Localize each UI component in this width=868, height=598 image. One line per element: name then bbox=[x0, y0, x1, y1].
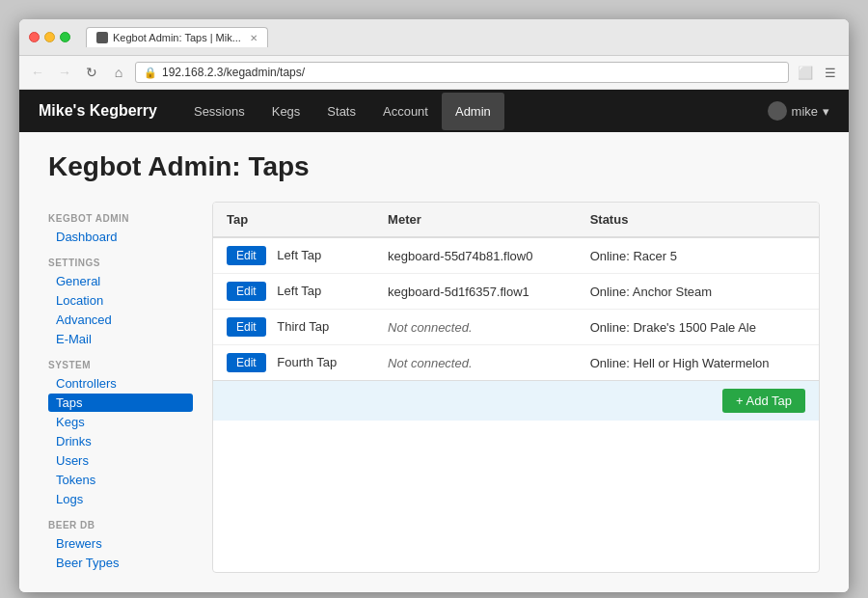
table-row: Edit Left Tap kegboard-55d74b81.flow0 On… bbox=[213, 237, 819, 274]
edit-button[interactable]: Edit bbox=[227, 353, 266, 372]
status-cell: Online: Hell or High Watermelon bbox=[577, 345, 819, 381]
meter-cell: kegboard-55d74b81.flow0 bbox=[374, 237, 577, 274]
sidebar-item-advanced[interactable]: Advanced bbox=[48, 311, 193, 329]
table-row: Edit Left Tap kegboard-5d1f6357.flow1 On… bbox=[213, 274, 819, 310]
forward-button[interactable]: → bbox=[54, 62, 75, 83]
sidebar-section-settings: SETTINGS General Location Advanced E-Mai… bbox=[48, 258, 193, 348]
meter-not-connected: Not connected. bbox=[388, 320, 472, 335]
sidebar-item-general[interactable]: General bbox=[48, 272, 193, 290]
sidebar-section-title-kegbot-admin: KEGBOT ADMIN bbox=[48, 213, 193, 224]
nav-kegs[interactable]: Kegs bbox=[258, 93, 314, 130]
page-content: Kegbot Admin: Taps KEGBOT ADMIN Dashboar… bbox=[19, 132, 849, 592]
status-cell: Online: Drake's 1500 Pale Ale bbox=[577, 310, 819, 345]
tap-name: Third Tap bbox=[277, 319, 329, 334]
cast-icon[interactable]: ⬜ bbox=[795, 62, 816, 83]
edit-button[interactable]: Edit bbox=[227, 246, 266, 265]
tab-title: Kegbot Admin: Taps | Mik... bbox=[113, 32, 241, 43]
address-bar[interactable]: 🔒 192.168.2.3/kegadmin/taps/ bbox=[135, 62, 789, 83]
app-nav-links: Sessions Kegs Stats Account Admin bbox=[180, 93, 768, 130]
taps-table: Tap Meter Status Edit Left Tap kegboard-… bbox=[213, 203, 819, 380]
sidebar-item-email[interactable]: E-Mail bbox=[48, 330, 193, 348]
meter-cell: Not connected. bbox=[374, 310, 577, 345]
sidebar-item-location[interactable]: Location bbox=[48, 291, 193, 310]
add-tap-button[interactable]: + Add Tap bbox=[722, 389, 805, 413]
browser-window: Kegbot Admin: Taps | Mik... ✕ ← → ↻ ⌂ 🔒 … bbox=[19, 19, 849, 592]
tap-cell: Edit Left Tap bbox=[213, 237, 374, 274]
user-label: mike bbox=[792, 104, 818, 119]
tap-cell: Edit Third Tap bbox=[213, 310, 374, 345]
user-dropdown-chevron-icon[interactable]: ▾ bbox=[823, 104, 829, 119]
meter-not-connected: Not connected. bbox=[388, 356, 472, 370]
sidebar-item-beer-types[interactable]: Beer Types bbox=[48, 554, 193, 572]
tab-favicon-icon bbox=[96, 32, 108, 43]
sidebar-item-brewers[interactable]: Brewers bbox=[48, 534, 193, 553]
sidebar-section-title-system: SYSTEM bbox=[48, 360, 193, 370]
table-footer: + Add Tap bbox=[213, 380, 819, 421]
nav-admin[interactable]: Admin bbox=[442, 93, 504, 130]
sidebar-section-kegbot-admin: KEGBOT ADMIN Dashboard bbox=[48, 213, 193, 246]
sidebar-section-system: SYSTEM Controllers Taps Kegs Drinks User… bbox=[48, 360, 193, 508]
column-meter: Meter bbox=[374, 203, 577, 237]
tap-name: Left Tap bbox=[277, 248, 321, 262]
main-panel: Tap Meter Status Edit Left Tap kegboard-… bbox=[212, 202, 820, 573]
tab-close-icon[interactable]: ✕ bbox=[250, 33, 258, 43]
sidebar-item-dashboard[interactable]: Dashboard bbox=[48, 228, 193, 246]
traffic-lights bbox=[29, 32, 70, 42]
nav-stats[interactable]: Stats bbox=[313, 93, 369, 130]
page-title: Kegbot Admin: Taps bbox=[48, 151, 820, 182]
app-brand: Mike's Kegberry bbox=[39, 102, 157, 120]
nav-sessions[interactable]: Sessions bbox=[180, 93, 258, 130]
column-status: Status bbox=[577, 203, 819, 237]
tap-cell: Edit Fourth Tap bbox=[213, 345, 374, 381]
sidebar-item-logs[interactable]: Logs bbox=[48, 490, 193, 508]
browser-tab-bar: Kegbot Admin: Taps | Mik... ✕ bbox=[86, 27, 839, 47]
edit-button[interactable]: Edit bbox=[227, 282, 266, 301]
refresh-button[interactable]: ↻ bbox=[81, 62, 102, 83]
home-button[interactable]: ⌂ bbox=[108, 62, 129, 83]
minimize-button[interactable] bbox=[44, 32, 55, 42]
content-layout: KEGBOT ADMIN Dashboard SETTINGS General … bbox=[48, 202, 820, 573]
browser-nav-bar: ← → ↻ ⌂ 🔒 192.168.2.3/kegadmin/taps/ ⬜ ☰ bbox=[19, 56, 849, 90]
sidebar-item-tokens[interactable]: Tokens bbox=[48, 471, 193, 489]
nav-right-icons: ⬜ ☰ bbox=[795, 62, 841, 83]
meter-cell: kegboard-5d1f6357.flow1 bbox=[374, 274, 577, 310]
tap-name: Fourth Tap bbox=[277, 355, 337, 369]
edit-button[interactable]: Edit bbox=[227, 317, 266, 337]
tap-name: Left Tap bbox=[277, 284, 321, 298]
sidebar-item-drinks[interactable]: Drinks bbox=[48, 432, 193, 450]
close-button[interactable] bbox=[29, 32, 40, 42]
column-tap: Tap bbox=[213, 203, 374, 237]
tap-cell: Edit Left Tap bbox=[213, 274, 374, 310]
sidebar-section-beer-db: BEER DB Brewers Beer Types bbox=[48, 520, 193, 572]
app-nav-user: mike ▾ bbox=[768, 101, 829, 121]
status-cell: Online: Racer 5 bbox=[577, 237, 819, 274]
maximize-button[interactable] bbox=[60, 32, 70, 42]
back-button[interactable]: ← bbox=[27, 62, 48, 83]
sidebar-section-title-settings: SETTINGS bbox=[48, 258, 193, 268]
sidebar-item-controllers[interactable]: Controllers bbox=[48, 374, 193, 393]
url-text: 192.168.2.3/kegadmin/taps/ bbox=[162, 66, 780, 79]
meter-cell: Not connected. bbox=[374, 345, 577, 381]
status-cell: Online: Anchor Steam bbox=[577, 274, 819, 310]
sidebar-item-users[interactable]: Users bbox=[48, 451, 193, 470]
browser-titlebar: Kegbot Admin: Taps | Mik... ✕ bbox=[19, 19, 849, 56]
table-row: Edit Third Tap Not connected. Online: Dr… bbox=[213, 310, 819, 345]
table-row: Edit Fourth Tap Not connected. Online: H… bbox=[213, 345, 819, 381]
nav-account[interactable]: Account bbox=[369, 93, 442, 130]
sidebar-section-title-beer-db: BEER DB bbox=[48, 520, 193, 530]
sidebar: KEGBOT ADMIN Dashboard SETTINGS General … bbox=[48, 202, 193, 573]
menu-icon[interactable]: ☰ bbox=[820, 62, 841, 83]
sidebar-item-kegs[interactable]: Kegs bbox=[48, 413, 193, 431]
app-navbar: Mike's Kegberry Sessions Kegs Stats Acco… bbox=[19, 90, 849, 132]
user-avatar-icon bbox=[768, 101, 787, 121]
browser-tab[interactable]: Kegbot Admin: Taps | Mik... ✕ bbox=[86, 27, 268, 47]
sidebar-item-taps[interactable]: Taps bbox=[48, 394, 193, 412]
lock-icon: 🔒 bbox=[144, 67, 157, 79]
